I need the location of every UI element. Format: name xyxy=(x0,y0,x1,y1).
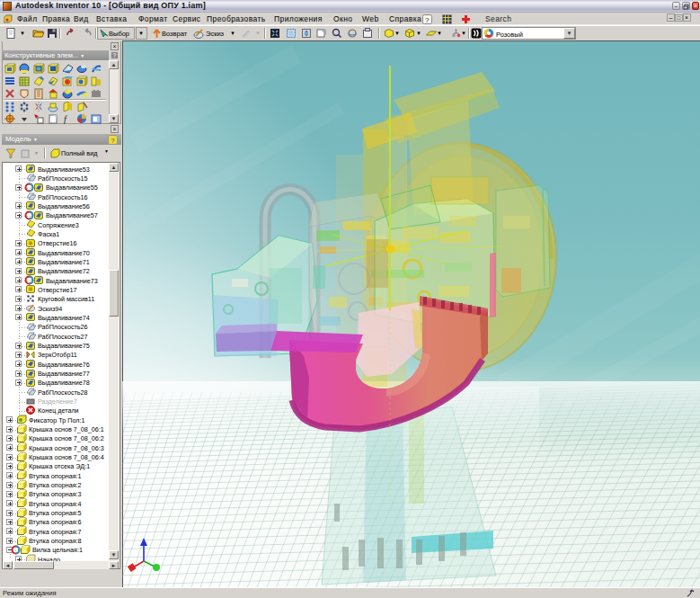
svg-text:?: ? xyxy=(425,16,430,24)
svg-text:f: f xyxy=(64,114,67,124)
svg-text:?: ? xyxy=(111,137,115,145)
